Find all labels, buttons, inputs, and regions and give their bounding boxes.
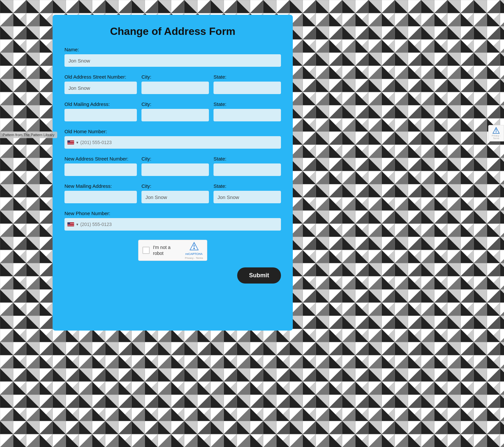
svg-point-11 — [193, 247, 195, 249]
chevron-down-icon: ▼ — [76, 223, 79, 226]
old-city-input[interactable] — [141, 82, 209, 94]
us-flag-icon — [67, 222, 74, 227]
old-state-col: State: — [214, 74, 281, 94]
name-input[interactable] — [64, 54, 281, 67]
new-mailing-input[interactable] — [64, 191, 137, 203]
new-street-col: New Address Street Number: — [64, 156, 137, 176]
old-mailing-input[interactable] — [64, 109, 137, 121]
us-flag-icon — [67, 140, 74, 145]
new-mailing-state-input[interactable] — [214, 191, 281, 203]
old-mailing-label: Old Mailing Address: — [64, 101, 137, 107]
recaptcha-branding: reCAPTCHA Privacy - Terms — [185, 241, 203, 260]
new-phone-flag-button[interactable]: ▼ — [67, 222, 79, 227]
old-phone-flag-button[interactable]: ▼ — [67, 140, 79, 145]
pattern-library-link[interactable]: The Pattern Library — [23, 133, 54, 137]
old-street-col: Old Address Street Number: — [64, 74, 137, 94]
old-street-label: Old Address Street Number: — [64, 74, 137, 80]
recaptcha-label: I'm not a robot — [153, 245, 170, 256]
new-mailing-section: New Mailing Address: City: State: — [64, 183, 281, 203]
svg-rect-10 — [496, 129, 496, 131]
recaptcha-logo-icon — [189, 241, 199, 252]
new-state-col: State: — [214, 156, 281, 176]
submit-row: Submit — [64, 267, 281, 284]
old-mailing-state-label: State: — [214, 101, 281, 107]
recaptcha-side-text: Privacy - Terms — [489, 135, 504, 140]
old-phone-section: Old Home Number: ▼ — [64, 129, 281, 149]
new-city-input[interactable] — [141, 163, 209, 176]
new-phone-label: New Phone Number: — [64, 211, 281, 216]
old-address-section: Old Address Street Number: City: State: — [64, 74, 281, 94]
new-mailing-city-col: City: — [141, 183, 209, 203]
name-label: Name: — [64, 47, 281, 52]
recaptcha-privacy-terms: Privacy - Terms — [185, 257, 203, 260]
new-mailing-state-col: State: — [214, 183, 281, 203]
svg-point-9 — [495, 131, 497, 132]
old-phone-wrapper: ▼ — [64, 136, 281, 149]
form-title: Change of Address Form — [64, 25, 281, 37]
recaptcha-text-block: I'm not a robot — [153, 244, 182, 256]
svg-rect-12 — [193, 245, 194, 247]
recaptcha-brand: reCAPTCHA — [185, 252, 203, 256]
new-phone-input[interactable] — [80, 222, 278, 227]
recaptcha-section: I'm not a robot reCAPTCHA Privacy - Term… — [64, 240, 281, 261]
old-city-col: City: — [141, 74, 209, 94]
new-mailing-label: New Mailing Address: — [64, 183, 137, 189]
old-mailing-city-col: City: — [141, 101, 209, 121]
new-city-label: City: — [141, 156, 209, 161]
new-mailing-state-label: State: — [214, 183, 281, 189]
new-address-section: New Address Street Number: City: State: — [64, 156, 281, 176]
recaptcha-box[interactable]: I'm not a robot reCAPTCHA Privacy - Term… — [138, 240, 207, 261]
old-state-input[interactable] — [214, 82, 281, 94]
old-mailing-section: Old Mailing Address: City: State: — [64, 101, 281, 121]
new-phone-wrapper: ▼ — [64, 218, 281, 231]
old-mailing-city-input[interactable] — [141, 109, 209, 121]
new-city-col: City: — [141, 156, 209, 176]
recaptcha-logo-icon — [492, 127, 500, 135]
new-mailing-city-label: City: — [141, 183, 209, 189]
old-city-label: City: — [141, 74, 209, 80]
old-phone-label: Old Home Number: — [64, 129, 281, 134]
old-phone-input[interactable] — [80, 140, 278, 145]
change-of-address-form: Change of Address Form Name: Old Address… — [53, 15, 293, 331]
old-street-input[interactable] — [64, 82, 137, 94]
name-section: Name: — [64, 47, 281, 67]
chevron-down-icon: ▼ — [76, 141, 79, 144]
submit-button[interactable]: Submit — [237, 267, 281, 284]
new-phone-section: New Phone Number: ▼ — [64, 211, 281, 231]
old-mailing-state-col: State: — [214, 101, 281, 121]
old-state-label: State: — [214, 74, 281, 80]
recaptcha-side-widget: Privacy - Terms — [488, 125, 504, 141]
new-mailing-col: New Mailing Address: — [64, 183, 137, 203]
new-street-label: New Address Street Number: — [64, 156, 137, 161]
new-mailing-city-input[interactable] — [141, 191, 209, 203]
new-street-input[interactable] — [64, 163, 137, 176]
old-mailing-state-input[interactable] — [214, 109, 281, 121]
old-mailing-col: Old Mailing Address: — [64, 101, 137, 121]
recaptcha-checkbox[interactable] — [142, 247, 150, 254]
old-mailing-city-label: City: — [141, 101, 209, 107]
new-state-input[interactable] — [214, 163, 281, 176]
new-state-label: State: — [214, 156, 281, 161]
pattern-library-badge: Pattern from The Pattern Library — [0, 132, 57, 138]
